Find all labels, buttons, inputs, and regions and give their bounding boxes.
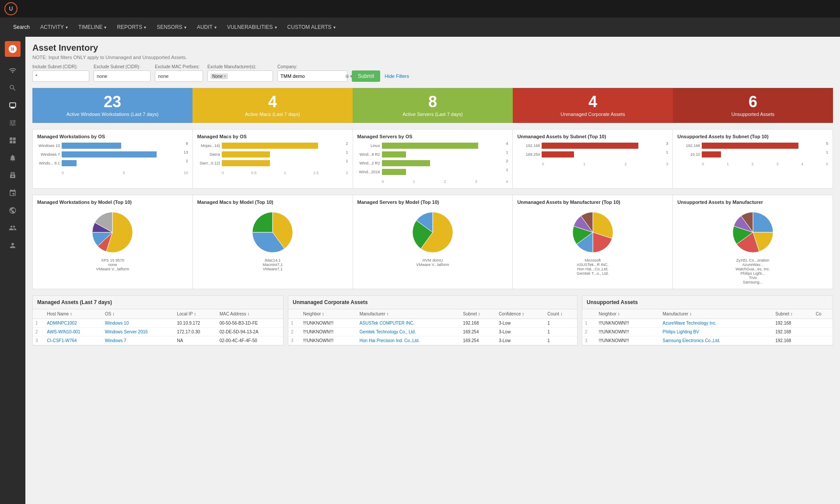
sidebar-search[interactable]: [5, 80, 20, 95]
cell-host[interactable]: ADMINPC1002: [44, 319, 102, 328]
mac-exclude-group: Exclude MAC Prefixes:: [155, 64, 203, 82]
sidebar-graph[interactable]: [5, 186, 20, 200]
col-os[interactable]: OS ↕: [102, 309, 175, 319]
pie-title-0: Managed Workstations by Model (Top 10): [37, 200, 188, 205]
axis-tick-4: 5: [826, 162, 828, 166]
bar-container-1-0: [222, 143, 343, 149]
nav-search[interactable]: Search: [9, 21, 34, 33]
subnet-include-input[interactable]: [32, 70, 89, 82]
hide-filters-button[interactable]: Hide Filters: [385, 70, 409, 82]
cell-host[interactable]: CI-CSF1-W764: [44, 336, 102, 345]
axis-tick-1: 0.5: [251, 171, 257, 175]
pie-label-2-0: HVM domU: [416, 258, 449, 262]
col-neighbor[interactable]: Neighbor ↕: [301, 309, 357, 319]
chart-title-3: Unmanaged Assets by Subnet (Top 10): [517, 134, 668, 139]
cell-os[interactable]: Windows Server 2016: [102, 328, 175, 336]
col-mac[interactable]: MAC Address ↕: [217, 309, 283, 319]
pie-labels-4: ZyXEL Co...orationAzureWav...WatchGua...…: [735, 258, 770, 284]
avatar[interactable]: U: [4, 2, 18, 15]
pie-label-0-2: VMware V...latform: [96, 267, 130, 271]
cell-manufacturer[interactable]: AzureWave Technology Inc.: [660, 319, 773, 328]
cell-os[interactable]: Windows 7: [102, 336, 175, 345]
nav-audit[interactable]: AUDIT ▾: [192, 21, 221, 33]
col-count[interactable]: Count ↕: [545, 309, 577, 319]
col-subnet[interactable]: Subnet ↕: [773, 309, 813, 319]
col-subnet[interactable]: Subnet ↕: [460, 309, 496, 319]
nav-vulnerabilities[interactable]: VULNERABILITIES ▾: [223, 21, 281, 33]
manufacturer-tag-remove[interactable]: ×: [224, 74, 226, 79]
bar-label-3-0: 192.168: [517, 144, 540, 148]
nav-reports[interactable]: REPORTS ▾: [112, 21, 150, 33]
sidebar-wifi[interactable]: [5, 63, 20, 78]
pie-container-0: XPS 15 9570noneVMware V...latform: [37, 208, 188, 271]
col-hostname[interactable]: Host Name ↕: [44, 309, 102, 319]
cell-manufacturer[interactable]: Hon Hai Precision Ind. Co.,Ltd.: [357, 336, 461, 345]
col-manufacturer[interactable]: Manufacturer ↕: [357, 309, 461, 319]
tile-unsupported: 6 Unsupported Assets: [673, 88, 833, 123]
company-reset-icon[interactable]: ⊗: [345, 74, 349, 79]
cell-confidence: 3-Low: [496, 328, 545, 336]
bar-fill-2-1: [382, 151, 406, 158]
sidebar-alert[interactable]: [5, 150, 20, 165]
page-title: Asset Inventory: [32, 43, 833, 53]
subnet-exclude-input[interactable]: [94, 70, 150, 82]
cell-neighbor: !!!UNKNOWN!!!: [596, 328, 660, 336]
bar-fill-2-3: [382, 169, 406, 175]
pie-title-1: Managed Macs by Model (Top 10): [197, 200, 348, 205]
nav-custom-alerts[interactable]: CUSTOM ALERTS ▾: [283, 21, 340, 33]
cell-manufacturer[interactable]: Gemtek Technology Co., Ltd.: [357, 328, 461, 336]
sidebar-logo[interactable]: [5, 41, 21, 57]
sidebar-globe[interactable]: [5, 203, 20, 218]
bar-fill-3-0: [542, 143, 638, 149]
col-ip[interactable]: Local IP ↕: [174, 309, 217, 319]
sidebar-grid[interactable]: [5, 133, 20, 148]
col-num[interactable]: [582, 309, 596, 319]
nav-timeline[interactable]: TIMELINE ▾: [74, 21, 111, 33]
col-manufacturer[interactable]: Manufacturer ↕: [660, 309, 773, 319]
page-note: NOTE: Input filters ONLY apply to Unmana…: [32, 55, 833, 60]
cell-neighbor: !!!UNKNOWN!!!: [301, 319, 357, 328]
manufacturer-input[interactable]: None ×: [207, 70, 273, 82]
tile-macs-num: 4: [268, 94, 277, 110]
sidebar-monitor[interactable]: [5, 98, 20, 113]
pie-label-4-2: WatchGua...es, Inc.: [735, 267, 770, 271]
col-neighbor[interactable]: Neighbor ↕: [596, 309, 660, 319]
bar-value-2-0: 4: [506, 141, 508, 146]
pie-title-4: Unsupported Assets by Manufacturer: [677, 200, 828, 205]
submit-button[interactable]: Submit: [352, 70, 380, 82]
sidebar-filter[interactable]: [5, 116, 20, 130]
tables-row: Managed Assets (Last 7 days) Host Name ↕…: [32, 295, 833, 346]
cell-num: 3: [33, 336, 44, 345]
unsupported-assets-table: Neighbor ↕ Manufacturer ↕ Subnet ↕ Co 1 …: [582, 309, 833, 345]
cell-manufacturer[interactable]: Samsung Electronics Co.,Ltd.: [660, 336, 773, 345]
bar-label-0-1: Windows 7: [37, 152, 60, 157]
company-input[interactable]: [278, 71, 343, 81]
col-co[interactable]: Co: [813, 309, 833, 319]
pie-labels-0: XPS 15 9570noneVMware V...latform: [96, 258, 130, 271]
bar-row-0-2: Windo... 8.12: [37, 160, 188, 166]
sidebar-users[interactable]: [5, 220, 20, 235]
mac-exclude-input[interactable]: [155, 70, 203, 82]
nav-sensors[interactable]: SENSORS ▾: [152, 21, 191, 33]
col-confidence[interactable]: Confidence ↕: [496, 309, 545, 319]
nav-audit-arrow: ▾: [214, 25, 217, 30]
sidebar-user[interactable]: [5, 238, 20, 253]
sidebar-flask[interactable]: [5, 168, 20, 183]
cell-manufacturer[interactable]: ASUSTek COMPUTER INC.: [357, 319, 461, 328]
cell-num: 1: [582, 319, 596, 328]
nav-activity[interactable]: ACTIVITY ▾: [36, 21, 72, 33]
tile-unsupported-num: 6: [749, 94, 757, 110]
nav-vulnerabilities-arrow: ▾: [275, 25, 277, 30]
sidebar: [0, 37, 25, 504]
col-num[interactable]: [33, 309, 44, 319]
cell-host[interactable]: AWS-WIN10-001: [44, 328, 102, 336]
cell-os[interactable]: Windows 10: [102, 319, 175, 328]
bar-label-2-0: Linux: [357, 144, 380, 148]
axis-tick-2: 1: [413, 179, 415, 184]
cell-manufacturer[interactable]: Philips Lighting BV: [660, 328, 773, 336]
bar-value-1-0: 2: [346, 141, 348, 146]
col-num[interactable]: [288, 309, 301, 319]
bar-row-0-1: Windows 713: [37, 151, 188, 158]
pie-panel-4: Unsupported Assets by ManufacturerZyXEL …: [673, 195, 833, 289]
bar-value-0-0: 8: [186, 141, 188, 146]
